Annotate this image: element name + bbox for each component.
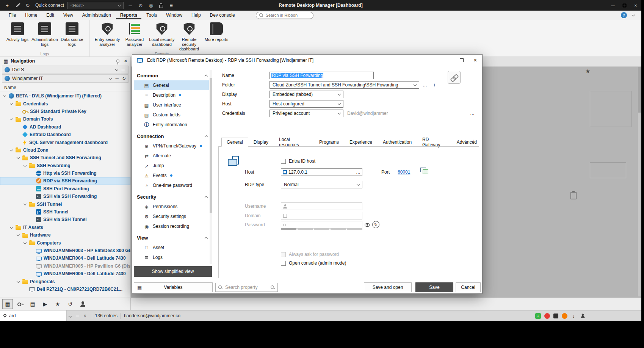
ribbon-button[interactable]: More reports <box>203 22 230 43</box>
section-header-connection[interactable]: Connection <box>134 132 213 141</box>
dialog-tab[interactable]: RD Gateway <box>417 138 451 147</box>
domain-input[interactable] <box>281 212 362 219</box>
tree-item[interactable]: SSH via SSH Forwarding <box>0 193 130 200</box>
open-console-checkbox[interactable] <box>281 261 286 266</box>
tree-item[interactable]: IT Assets <box>0 224 130 231</box>
expand-chevron-icon[interactable] <box>2 93 7 99</box>
quick-connect-host-input[interactable]: <Host> <box>67 2 124 9</box>
section-header-view[interactable]: View <box>134 233 213 243</box>
expand-chevron-icon[interactable] <box>16 232 20 238</box>
section-header-common[interactable]: Common <box>134 71 213 80</box>
expand-chevron-icon[interactable] <box>9 101 14 107</box>
user-silhouette-icon[interactable] <box>580 313 586 319</box>
window-close-button[interactable]: × <box>630 0 641 11</box>
ribbon-button[interactable]: Data source logs <box>58 22 86 47</box>
ribbon-button[interactable]: Administration logs <box>31 22 58 47</box>
dialog-nav-item[interactable]: Permissions <box>134 202 209 212</box>
menu-item[interactable]: Tools <box>142 11 161 19</box>
dialog-nav-item[interactable]: VPN/Tunnel/Gateway <box>134 141 209 151</box>
password-input[interactable] <box>281 221 362 229</box>
menu-item[interactable]: Reports <box>116 11 141 19</box>
dialog-nav-item[interactable]: Jump <box>134 161 209 171</box>
ribbon-button[interactable]: Password analyzer <box>121 22 148 47</box>
tree-item[interactable]: SSH Port Forwarding <box>0 185 130 193</box>
tree-item[interactable]: WINDJAMMER006 - Dell Latitude 7430 <box>0 270 130 277</box>
menu-item[interactable]: Edit <box>42 11 58 19</box>
dialog-nav-item[interactable]: Security settings <box>134 212 209 221</box>
name-input[interactable]: RDP via SSH Forwarding <box>270 72 374 79</box>
tree-item[interactable]: Http via SSH Forwarding <box>0 169 130 177</box>
host-mode-combobox[interactable]: Host configured <box>270 100 343 108</box>
cancel-button[interactable]: Cancel <box>456 282 481 292</box>
window-maximize-button[interactable] <box>619 0 630 11</box>
ribbon-button[interactable]: Remote security dashboard <box>175 22 203 52</box>
no-connection-icon[interactable]: ⊘ <box>137 2 144 9</box>
star-icon[interactable]: ★ <box>52 299 63 309</box>
dialog-nav-item[interactable]: One-time password <box>134 180 209 190</box>
download-arrow-icon[interactable]: ↓ <box>571 313 577 319</box>
entra-id-host-checkbox[interactable] <box>281 159 286 164</box>
dialog-tab[interactable]: Advanced <box>451 138 482 147</box>
folder-add-button[interactable]: + <box>430 81 439 89</box>
expand-chevron-icon[interactable] <box>9 225 14 230</box>
unlink-button[interactable] <box>448 71 461 84</box>
dialog-tab[interactable]: Programs <box>314 138 344 147</box>
key-icon[interactable] <box>15 299 25 309</box>
menu-item[interactable]: File <box>5 11 20 19</box>
show-simplified-view-button[interactable]: Show simplified view <box>134 266 212 277</box>
pin-icon[interactable] <box>116 60 119 63</box>
vault-selector-dvls[interactable]: DVLS ─ <box>2 66 128 74</box>
variables-button[interactable]: ▦ Variables <box>134 282 213 292</box>
filter-input[interactable]: ard <box>0 310 67 321</box>
tree-item[interactable]: WINDJAMMER005 - HP Pavillion G6 (Disabl.… <box>0 262 130 270</box>
host-browse-button[interactable]: … <box>356 169 360 175</box>
expand-chevron-icon[interactable] <box>23 202 27 207</box>
record-session-icon[interactable]: ◎ <box>147 2 154 9</box>
collapse-dash-icon[interactable]: ─ <box>120 67 126 72</box>
black-square-icon[interactable] <box>553 314 558 318</box>
book-icon[interactable]: ▤ <box>27 299 38 309</box>
ribbon-button[interactable]: Local security dashboard <box>148 22 175 47</box>
section-header-security[interactable]: Security <box>134 192 213 202</box>
session-screens-icon[interactable] <box>420 168 428 174</box>
port-link[interactable]: 60001 <box>398 169 410 175</box>
vertical-scrollbar[interactable] <box>638 67 641 296</box>
save-button[interactable]: Save <box>415 282 453 292</box>
filter-chevron-icon[interactable] <box>67 313 74 318</box>
dialog-maximize-button[interactable] <box>455 55 469 66</box>
menu-item[interactable]: Administration <box>78 11 115 19</box>
play-icon[interactable]: ▶ <box>40 299 50 309</box>
refresh-vault-icon[interactable]: ↻ <box>122 76 126 81</box>
tree-column-header[interactable]: Name <box>0 84 130 91</box>
menu-item[interactable]: View <box>59 11 77 19</box>
dialog-tab[interactable]: General <box>221 138 248 147</box>
help-icon[interactable]: ? <box>621 12 627 18</box>
menu-item[interactable]: Help <box>187 11 205 19</box>
credentials-browse-button[interactable]: … <box>468 110 477 117</box>
green-plus-icon[interactable]: + <box>535 313 541 319</box>
dialog-nav-item[interactable]: Alternate <box>134 151 209 161</box>
add-entry-icon[interactable]: + <box>4 2 11 9</box>
lock-icon[interactable] <box>158 2 165 9</box>
dialog-close-button[interactable]: × <box>469 55 482 66</box>
tree-item[interactable]: Perigherals <box>0 277 130 285</box>
ribbon-button[interactable]: Entry security analyzer <box>94 22 121 47</box>
dialog-tab[interactable]: Display <box>248 138 274 147</box>
save-and-open-button[interactable]: Save and open <box>364 282 412 292</box>
window-minimize-button[interactable]: ─ <box>607 0 619 11</box>
ribbon-search-input[interactable]: Search in Ribbon <box>256 12 313 19</box>
tree-item[interactable]: WINDJAMMER003 - HP EliteDesk 800 G6 <box>0 247 130 254</box>
filter-dash-icon[interactable]: ─ <box>74 313 81 318</box>
dialog-tab[interactable]: Experience <box>344 138 378 147</box>
scrollbar-thumb[interactable] <box>638 67 641 113</box>
dialog-tab[interactable]: Authentication <box>378 138 417 147</box>
dialog-nav-item[interactable]: Events <box>134 171 209 180</box>
tree-item[interactable]: Credentials <box>0 100 130 107</box>
tree-item[interactable]: BETA - DVLS (Windjammer IT) (Filtered) <box>0 92 130 100</box>
filter-clear-icon[interactable]: × <box>81 313 89 318</box>
host-input[interactable]: 127.0.0.1 … <box>281 168 362 176</box>
menu-item[interactable]: Dev console <box>206 11 239 19</box>
folder-combobox[interactable]: Cloud Zone\SSH Tunnel and SSH Forwarding… <box>270 81 419 89</box>
folder-browse-button[interactable]: … <box>420 81 429 89</box>
hamburger-menu-icon[interactable]: ≡ <box>168 2 175 9</box>
